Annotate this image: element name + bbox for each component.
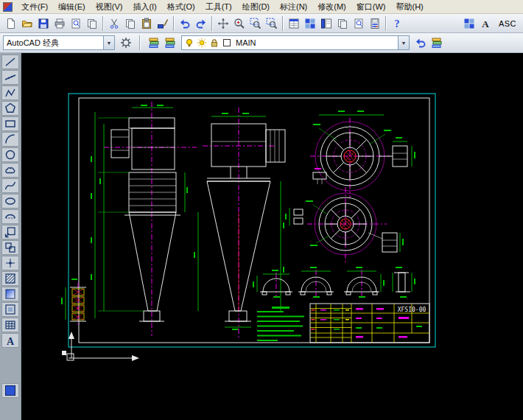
app-icon[interactable] xyxy=(3,2,13,12)
impeller-top-view-1 xyxy=(310,111,415,197)
workspace-dropdown[interactable]: AutoCAD 经典 ▼ xyxy=(3,35,115,50)
ellipse-icon[interactable] xyxy=(1,194,19,209)
layer-dropdown-arrow-icon[interactable]: ▼ xyxy=(398,36,409,49)
match-properties-icon[interactable] xyxy=(155,15,171,32)
layers-toolbar: AutoCAD 经典 ▼ MAIN ▼ xyxy=(0,33,523,53)
layer-properties-icon[interactable] xyxy=(146,35,162,51)
title-block-code: XFSI0-00 xyxy=(398,307,427,313)
draw-toolbar xyxy=(0,53,21,420)
menu-item-5[interactable]: 格式(O) xyxy=(162,0,200,14)
impeller-top-view-2 xyxy=(285,187,404,264)
menu-bar: 文件(F)编辑(E)视图(V)插入(I)格式(O)工具(T)绘图(D)标注(N)… xyxy=(0,0,523,14)
make-block-icon[interactable] xyxy=(1,240,19,255)
zoom-window-icon[interactable] xyxy=(248,15,264,32)
design-center-icon[interactable] xyxy=(302,15,318,32)
arc-icon[interactable] xyxy=(1,132,19,147)
plot-preview-icon[interactable] xyxy=(68,15,84,32)
menu-item-4[interactable]: 插入(I) xyxy=(127,0,161,14)
toolbar-separator xyxy=(385,16,387,31)
toolbar-separator xyxy=(282,16,284,31)
toolbar-separator xyxy=(211,16,213,31)
workspace-value: AutoCAD 经典 xyxy=(4,38,103,49)
menu-item-9[interactable]: 修改(M) xyxy=(312,0,351,14)
spline-icon[interactable] xyxy=(1,178,19,193)
markup-set-manager-icon[interactable] xyxy=(351,15,367,32)
paste-icon[interactable] xyxy=(138,15,155,32)
circle-icon[interactable] xyxy=(1,147,19,162)
toolbar-separator xyxy=(102,16,104,31)
text-style-icon[interactable] xyxy=(477,15,494,32)
menu-item-7[interactable]: 绘图(D) xyxy=(237,0,275,14)
rectangle-icon[interactable] xyxy=(1,116,19,131)
gradient-icon[interactable] xyxy=(1,287,19,301)
menu-item-6[interactable]: 工具(T) xyxy=(200,0,237,14)
layer-color-swatch-icon xyxy=(222,38,232,48)
layer-freeze-sun-icon[interactable] xyxy=(197,38,207,48)
notes-block xyxy=(257,307,304,341)
workspace-dropdown-arrow-icon[interactable]: ▼ xyxy=(103,36,114,49)
title-block: XFSI0-00 xyxy=(310,304,429,343)
menu-item-1[interactable]: 文件(F) xyxy=(16,0,53,14)
menu-item-8[interactable]: 标注(N) xyxy=(275,0,312,14)
toolbar-separator xyxy=(139,35,141,50)
tool-palettes-icon[interactable] xyxy=(318,15,334,32)
redo-icon[interactable] xyxy=(193,15,209,32)
toolbar-separator xyxy=(173,16,175,31)
current-layer-name: MAIN xyxy=(232,38,398,47)
zoom-previous-icon[interactable] xyxy=(264,15,280,32)
cad-drawing: XFSI0-00 xyxy=(21,53,523,420)
viewports-icon[interactable] xyxy=(461,15,477,32)
sheet-set-manager-icon[interactable] xyxy=(334,15,351,32)
make-object-layer-current-icon[interactable] xyxy=(429,35,445,51)
insert-block-icon[interactable] xyxy=(1,225,19,239)
layer-lock-icon[interactable] xyxy=(209,38,220,48)
zoom-realtime-icon[interactable] xyxy=(231,15,248,32)
layer-previous-icon[interactable] xyxy=(413,35,429,51)
help-icon[interactable] xyxy=(389,15,405,32)
cyclone-side-view xyxy=(194,108,285,337)
hatch-icon[interactable] xyxy=(1,271,19,286)
cyclone-front-view xyxy=(91,102,197,336)
line-icon[interactable] xyxy=(1,55,19,69)
color-swatch-icon[interactable] xyxy=(1,383,19,398)
undo-icon[interactable] xyxy=(177,15,193,32)
menu-item-2[interactable]: 编辑(E) xyxy=(53,0,91,14)
polyline-icon[interactable] xyxy=(1,85,19,100)
drawing-canvas[interactable]: XFSI0-00 xyxy=(21,53,523,420)
cut-icon[interactable] xyxy=(106,15,122,32)
publish-icon[interactable] xyxy=(84,15,100,32)
new-file-icon[interactable] xyxy=(3,15,19,32)
region-icon[interactable] xyxy=(1,302,19,317)
multiline-text-icon[interactable] xyxy=(1,333,19,348)
plot-icon[interactable] xyxy=(52,15,68,32)
menu-item-10[interactable]: 窗口(W) xyxy=(351,0,391,14)
layer-dropdown[interactable]: MAIN ▼ xyxy=(181,35,410,50)
properties-icon[interactable] xyxy=(286,15,302,32)
ucs-icon xyxy=(62,332,139,361)
open-icon[interactable] xyxy=(19,15,35,32)
revision-cloud-icon[interactable] xyxy=(1,163,19,178)
layer-on-bulb-icon[interactable] xyxy=(184,38,194,48)
detail-views xyxy=(253,267,415,298)
table-icon[interactable] xyxy=(1,318,19,332)
workspace-settings-icon[interactable] xyxy=(118,35,134,51)
point-icon[interactable] xyxy=(1,256,19,270)
pan-icon[interactable] xyxy=(215,15,231,32)
construction-line-icon[interactable] xyxy=(1,70,19,85)
support-detail xyxy=(61,279,86,327)
menu-item-11[interactable]: 帮助(H) xyxy=(391,0,429,14)
save-icon[interactable] xyxy=(35,15,52,32)
polygon-icon[interactable] xyxy=(1,101,19,116)
quick-calc-icon[interactable] xyxy=(367,15,383,32)
autocad-window: 文件(F)编辑(E)视图(V)插入(I)格式(O)工具(T)绘图(D)标注(N)… xyxy=(0,0,523,420)
layer-states-icon[interactable] xyxy=(162,35,178,51)
standard-toolbar: ASC xyxy=(0,14,523,33)
asc-indicator: ASC xyxy=(499,19,516,28)
menu-item-3[interactable]: 视图(V) xyxy=(91,0,128,14)
ellipse-arc-icon[interactable] xyxy=(1,209,19,224)
copy-icon[interactable] xyxy=(122,15,138,32)
